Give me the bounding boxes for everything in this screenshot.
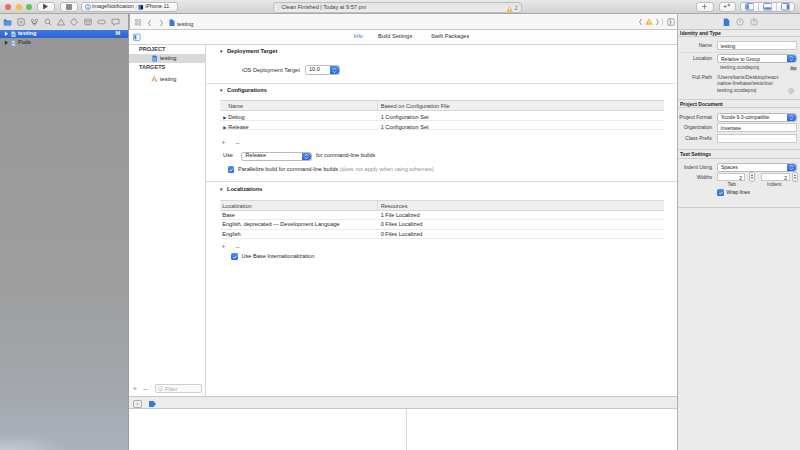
svg-text:?: ? xyxy=(753,19,756,24)
